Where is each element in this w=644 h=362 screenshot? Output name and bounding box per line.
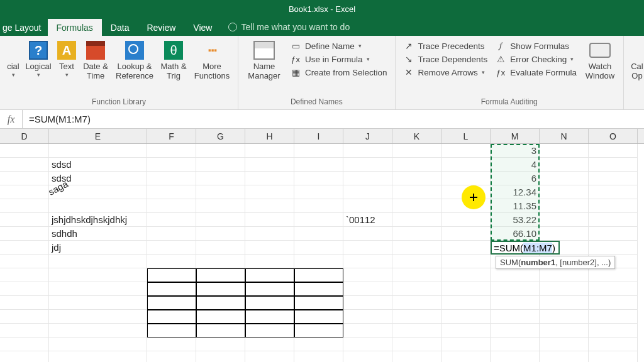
col-header[interactable]: F [147,129,196,143]
cell[interactable] [589,227,638,241]
col-header[interactable]: D [0,129,49,143]
cell[interactable] [0,268,49,282]
cell[interactable] [392,296,441,310]
cell[interactable] [0,213,49,227]
cell[interactable] [196,144,245,158]
cell[interactable] [392,337,441,351]
cell[interactable] [196,337,245,351]
col-header[interactable]: H [245,129,294,143]
cell[interactable] [589,310,638,324]
cell[interactable] [589,351,638,362]
cell[interactable] [294,227,343,241]
calculation-button[interactable]: Cal Op [628,38,644,81]
cell[interactable] [343,241,392,255]
cell[interactable] [392,172,441,185]
col-header[interactable]: M [491,129,540,143]
tab-formulas[interactable]: Formulas [48,19,102,36]
create-from-selection-button[interactable]: ▦ Create from Selection [290,67,387,78]
cell[interactable] [392,241,441,255]
cell[interactable] [196,310,245,324]
cell[interactable] [589,158,638,172]
cell[interactable] [392,282,441,296]
cell[interactable] [245,144,294,158]
col-header[interactable]: K [392,129,441,143]
cell[interactable] [343,282,392,296]
lookup-button[interactable]: Lookup & Reference [112,38,157,81]
cell[interactable] [196,158,245,172]
cell[interactable] [294,241,343,255]
cell[interactable] [0,241,49,255]
cell[interactable] [589,144,638,158]
cell[interactable] [343,351,392,362]
cell[interactable]: saga [49,185,147,199]
cell[interactable] [540,268,589,282]
cell[interactable] [196,324,245,337]
cell[interactable] [147,241,196,255]
tab-data[interactable]: Data [102,19,138,36]
cell[interactable] [0,324,49,337]
cell[interactable] [540,227,589,241]
cell[interactable] [147,185,196,199]
cell[interactable] [392,324,441,337]
trace-precedents-button[interactable]: ↗ Trace Precedents [403,40,488,52]
cell[interactable] [196,227,245,241]
cell[interactable] [441,351,491,362]
cell[interactable] [441,255,491,268]
name-manager-button[interactable]: Name Manager [242,38,286,81]
cell[interactable] [49,296,147,310]
cell[interactable] [392,255,441,268]
cell[interactable] [441,144,491,158]
tab-page-layout[interactable]: ge Layout [0,19,48,36]
fx-label[interactable]: fx [0,110,23,128]
cell[interactable] [0,185,49,199]
cell[interactable] [147,351,196,362]
col-header[interactable]: L [441,129,491,143]
tab-review[interactable]: Review [138,19,184,36]
cell[interactable] [147,227,196,241]
cell[interactable] [441,268,491,282]
cell[interactable] [343,255,392,268]
cell[interactable] [540,185,589,199]
cell[interactable] [540,296,589,310]
cell[interactable] [196,351,245,362]
cell[interactable] [0,199,49,213]
cell[interactable] [540,172,589,185]
use-in-formula-button[interactable]: ƒx Use in Formula ▾ [290,53,387,65]
cell[interactable] [147,296,196,310]
cell[interactable] [196,255,245,268]
cell[interactable] [294,213,343,227]
cell[interactable] [491,268,540,282]
cell[interactable]: sdhdh [49,227,147,241]
cell[interactable] [245,351,294,362]
cell[interactable] [343,310,392,324]
cell[interactable] [294,324,343,337]
cell[interactable] [294,172,343,185]
cell[interactable] [441,172,491,185]
cell[interactable] [392,351,441,362]
cell[interactable] [589,172,638,185]
cell[interactable] [392,310,441,324]
tell-me[interactable]: Tell me what you want to do [221,18,357,36]
cell[interactable] [147,158,196,172]
date-time-button[interactable]: Date & Time [79,38,112,81]
cell[interactable] [0,172,49,185]
cell[interactable] [491,337,540,351]
cell[interactable] [0,296,49,310]
cell[interactable] [49,255,147,268]
cell[interactable] [343,158,392,172]
cell[interactable]: `00112 [343,213,392,227]
cell[interactable] [196,282,245,296]
cell[interactable] [147,213,196,227]
cell[interactable] [294,282,343,296]
cell[interactable] [49,337,147,351]
cell[interactable] [343,199,392,213]
cell[interactable] [392,144,441,158]
col-header[interactable]: N [540,129,589,143]
cell[interactable]: 3 [491,144,540,158]
cell[interactable] [294,351,343,362]
cell[interactable] [147,199,196,213]
cell[interactable] [343,185,392,199]
cell[interactable]: 11.35 [491,199,540,213]
cell[interactable] [0,227,49,241]
col-header[interactable]: J [343,129,392,143]
